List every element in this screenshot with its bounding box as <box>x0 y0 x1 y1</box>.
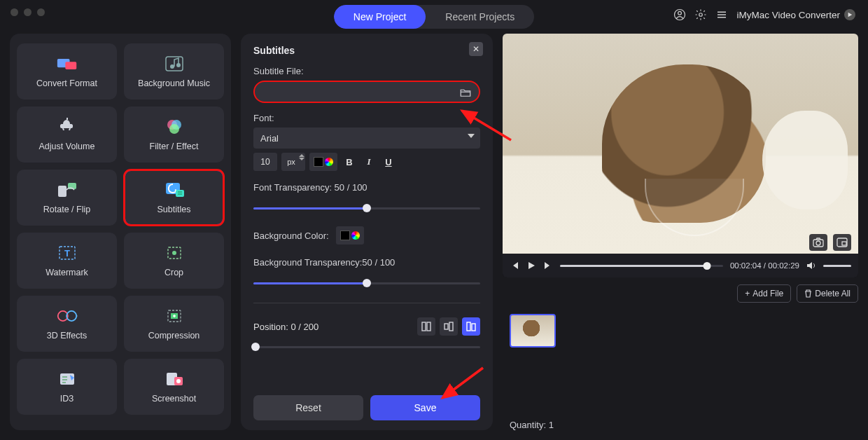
next-button[interactable] <box>543 261 553 270</box>
fullscreen-icon[interactable] <box>833 234 851 251</box>
tool-label: ID3 <box>60 394 74 404</box>
svg-point-35 <box>816 241 820 245</box>
play-button[interactable] <box>526 261 536 270</box>
chevron-down-icon <box>468 134 475 138</box>
tab-new-project[interactable]: New Project <box>334 5 426 29</box>
menu-icon[interactable] <box>715 8 728 21</box>
tool-watermark[interactable]: T Watermark <box>17 233 117 289</box>
tool-label: Watermark <box>46 268 88 277</box>
svg-point-27 <box>176 379 181 383</box>
tool-label: Background Music <box>138 78 210 88</box>
subtitle-file-input[interactable] <box>253 81 480 103</box>
svg-rect-30 <box>444 324 448 329</box>
bold-button[interactable]: B <box>342 153 357 171</box>
volume-slider[interactable] <box>823 265 851 267</box>
italic-button[interactable]: I <box>361 153 377 171</box>
tool-compression[interactable]: Compression <box>124 296 224 352</box>
top-bar: New Project Recent Projects iMyMac Video… <box>0 0 868 34</box>
position-label: Position: 0 / 200 <box>253 322 318 332</box>
tool-adjust-volume[interactable]: Adjust Volume <box>17 106 117 163</box>
tool-convert-format[interactable]: Convert Format <box>17 43 117 99</box>
add-file-button[interactable]: +Add File <box>737 284 791 303</box>
font-label: Font: <box>253 113 480 123</box>
svg-rect-31 <box>449 322 453 331</box>
bg-color-row: Background Color: <box>253 226 480 245</box>
tool-filter-effect[interactable]: Filter / Effect <box>124 106 224 163</box>
bg-color-label: Background Color: <box>253 231 329 241</box>
progress-bar[interactable] <box>560 265 723 267</box>
tab-recent-projects[interactable]: Recent Projects <box>426 5 534 29</box>
svg-rect-28 <box>422 322 426 331</box>
tool-subtitles[interactable]: Subtitles <box>124 170 224 226</box>
svg-rect-37 <box>842 242 846 245</box>
svg-rect-12 <box>58 186 66 197</box>
video-preview: 00:02:04 / 00:02:29 <box>503 34 858 277</box>
subtitle-file-label: Subtitle File: <box>253 66 480 76</box>
tool-rotate-flip[interactable]: Rotate / Flip <box>17 170 117 226</box>
crop-icon <box>164 244 185 262</box>
underline-button[interactable]: U <box>381 153 396 171</box>
folder-open-icon[interactable] <box>459 86 472 99</box>
project-segmented: New Project Recent Projects <box>334 5 534 29</box>
account-icon[interactable] <box>673 8 686 21</box>
font-size-input[interactable]: 10 <box>253 153 277 171</box>
adjust-volume-icon <box>57 118 78 136</box>
time-display: 00:02:04 / 00:02:29 <box>730 261 799 270</box>
svg-text:T: T <box>64 248 70 259</box>
convert-format-icon <box>57 55 78 73</box>
tool-label: Filter / Effect <box>150 142 199 151</box>
svg-rect-29 <box>427 322 430 331</box>
tools-sidebar: Convert Format Background Music Adjust V… <box>10 34 231 430</box>
font-color-picker[interactable] <box>309 153 337 171</box>
prev-button[interactable] <box>510 261 519 270</box>
preview-frame <box>503 34 858 254</box>
position-align-buttons <box>417 317 480 336</box>
tool-id3[interactable]: ID3 <box>17 359 117 415</box>
tool-label: Screenshot <box>152 394 196 404</box>
font-select[interactable]: Arial <box>253 128 480 149</box>
svg-rect-32 <box>467 322 470 331</box>
font-unit-stepper[interactable]: px <box>281 153 305 171</box>
filter-effect-icon <box>164 118 185 136</box>
svg-point-7 <box>176 63 181 67</box>
align-center-button[interactable] <box>440 317 458 336</box>
svg-point-6 <box>170 64 174 69</box>
panel-title: Subtitles <box>253 45 480 56</box>
save-button[interactable]: Save <box>370 395 480 420</box>
gear-icon[interactable] <box>694 8 707 21</box>
color-wheel-icon <box>325 158 333 166</box>
svg-point-19 <box>172 251 176 255</box>
snapshot-icon[interactable] <box>809 234 827 251</box>
align-right-button[interactable] <box>462 317 480 336</box>
watermark-icon: T <box>57 244 78 262</box>
bg-transparency-slider[interactable] <box>253 276 480 290</box>
tool-label: Crop <box>164 268 183 277</box>
tool-screenshot[interactable]: Screenshot <box>124 359 224 415</box>
compression-icon <box>164 307 185 325</box>
3d-effects-icon <box>57 307 78 325</box>
svg-point-11 <box>169 124 179 134</box>
position-slider[interactable] <box>253 340 480 354</box>
close-icon[interactable]: ✕ <box>469 42 483 56</box>
subtitles-panel: Subtitles ✕ Subtitle File: Font: Arial 1… <box>241 34 493 430</box>
svg-rect-4 <box>65 62 76 69</box>
tool-background-music[interactable]: Background Music <box>124 43 224 99</box>
tool-crop[interactable]: Crop <box>124 233 224 289</box>
volume-icon[interactable] <box>806 261 816 270</box>
bg-transparency-label: Background Transparency:50 / 100 <box>253 257 480 268</box>
tool-label: Rotate / Flip <box>43 205 90 214</box>
reset-button[interactable]: Reset <box>253 395 363 420</box>
file-thumbnail[interactable] <box>510 314 556 348</box>
player-bar: 00:02:04 / 00:02:29 <box>503 254 858 277</box>
bg-color-picker[interactable] <box>336 226 364 245</box>
tool-3d-effects[interactable]: 3D Effects <box>17 296 117 352</box>
preview-column: 00:02:04 / 00:02:29 +Add File Delete All… <box>503 34 858 430</box>
font-transparency-slider[interactable] <box>253 201 480 215</box>
svg-rect-33 <box>472 324 475 331</box>
svg-rect-15 <box>176 190 184 197</box>
font-transparency-label: Font Transparency: 50 / 100 <box>253 182 480 193</box>
delete-all-button[interactable]: Delete All <box>797 284 858 303</box>
align-left-button[interactable] <box>417 317 435 336</box>
stepper-icon <box>299 154 304 160</box>
background-music-icon <box>164 55 185 73</box>
